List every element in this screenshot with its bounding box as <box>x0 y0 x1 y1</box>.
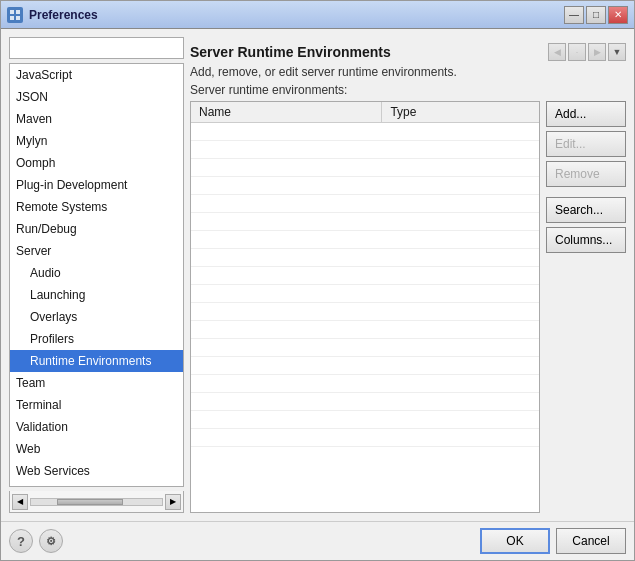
tree-item[interactable]: Oomph <box>10 152 183 174</box>
table-row[interactable] <box>191 159 539 177</box>
preferences-tree[interactable]: JavaScriptJSONMavenMylynOomphPlug-in Dev… <box>9 63 184 487</box>
right-panel: Server Runtime Environments ◀ · ▶ ▼ Add,… <box>190 37 626 513</box>
table-row[interactable] <box>191 123 539 141</box>
close-button[interactable]: ✕ <box>608 6 628 24</box>
scroll-left-button[interactable]: ◀ <box>12 494 28 510</box>
nav-dropdown-button[interactable]: ▼ <box>608 43 626 61</box>
columns-button[interactable]: Columns... <box>546 227 626 253</box>
tree-item[interactable]: Team <box>10 372 183 394</box>
tree-item[interactable]: Launching <box>10 284 183 306</box>
tree-item[interactable]: JavaScript <box>10 64 183 86</box>
window-title: Preferences <box>29 8 564 22</box>
table-row[interactable] <box>191 411 539 429</box>
table-row[interactable] <box>191 321 539 339</box>
svg-rect-2 <box>10 16 14 20</box>
tree-item[interactable]: Profilers <box>10 328 183 350</box>
environments-table[interactable]: Name Type <box>190 101 540 513</box>
table-row[interactable] <box>191 375 539 393</box>
table-row[interactable] <box>191 393 539 411</box>
tree-item[interactable]: Web <box>10 438 183 460</box>
tree-item[interactable]: Overlays <box>10 306 183 328</box>
window-controls: — □ ✕ <box>564 6 628 24</box>
horizontal-scrollbar[interactable]: ◀ ▶ <box>9 491 184 513</box>
action-buttons: Add... Edit... Remove Search... Columns.… <box>546 101 626 513</box>
settings-button[interactable]: ⚙ <box>39 529 63 553</box>
table-row[interactable] <box>191 141 539 159</box>
column-type: Type <box>382 102 539 122</box>
table-row[interactable] <box>191 249 539 267</box>
ok-button[interactable]: OK <box>480 528 550 554</box>
nav-separator: · <box>568 43 586 61</box>
table-row[interactable] <box>191 231 539 249</box>
table-header: Name Type <box>191 102 539 123</box>
tree-item[interactable]: Mylyn <box>10 130 183 152</box>
scroll-right-button[interactable]: ▶ <box>165 494 181 510</box>
maximize-button[interactable]: □ <box>586 6 606 24</box>
remove-button[interactable]: Remove <box>546 161 626 187</box>
table-body[interactable] <box>191 123 539 512</box>
panel-header: Server Runtime Environments ◀ · ▶ ▼ <box>190 37 626 65</box>
edit-button[interactable]: Edit... <box>546 131 626 157</box>
svg-rect-0 <box>10 10 14 14</box>
table-row[interactable] <box>191 429 539 447</box>
forward-button[interactable]: ▶ <box>588 43 606 61</box>
table-row[interactable] <box>191 303 539 321</box>
add-button[interactable]: Add... <box>546 101 626 127</box>
window-content: JavaScriptJSONMavenMylynOomphPlug-in Dev… <box>1 29 634 521</box>
svg-rect-1 <box>16 10 20 14</box>
tree-item[interactable]: Plug-in Development <box>10 174 183 196</box>
scroll-track[interactable] <box>30 498 163 506</box>
tree-item[interactable]: Server <box>10 240 183 262</box>
table-row[interactable] <box>191 339 539 357</box>
cancel-button[interactable]: Cancel <box>556 528 626 554</box>
scroll-thumb[interactable] <box>57 499 123 505</box>
window-icon <box>7 7 23 23</box>
table-row[interactable] <box>191 195 539 213</box>
nav-buttons: ◀ · ▶ ▼ <box>548 43 626 61</box>
search-button[interactable]: Search... <box>546 197 626 223</box>
help-button[interactable]: ? <box>9 529 33 553</box>
table-row[interactable] <box>191 267 539 285</box>
panel-sublabel: Server runtime environments: <box>190 83 626 97</box>
tree-item[interactable]: Maven <box>10 108 183 130</box>
panel-title: Server Runtime Environments <box>190 44 391 60</box>
bottom-bar: ? ⚙ OK Cancel <box>1 521 634 560</box>
tree-item[interactable]: Terminal <box>10 394 183 416</box>
left-panel: JavaScriptJSONMavenMylynOomphPlug-in Dev… <box>9 37 184 513</box>
preferences-window: Preferences — □ ✕ JavaScriptJSONMavenMyl… <box>0 0 635 561</box>
filter-input[interactable] <box>9 37 184 59</box>
table-row[interactable] <box>191 357 539 375</box>
panel-body: Name Type Add... Edit... Remove Search..… <box>190 101 626 513</box>
tree-item[interactable]: Web Services <box>10 460 183 482</box>
svg-rect-3 <box>16 16 20 20</box>
tree-item[interactable]: Audio <box>10 262 183 284</box>
tree-item[interactable]: JSON <box>10 86 183 108</box>
minimize-button[interactable]: — <box>564 6 584 24</box>
tree-item[interactable]: Run/Debug <box>10 218 183 240</box>
back-button[interactable]: ◀ <box>548 43 566 61</box>
tree-item[interactable]: Runtime Environments <box>10 350 183 372</box>
column-name: Name <box>191 102 382 122</box>
table-row[interactable] <box>191 213 539 231</box>
table-row[interactable] <box>191 285 539 303</box>
title-bar: Preferences — □ ✕ <box>1 1 634 29</box>
table-row[interactable] <box>191 177 539 195</box>
tree-item[interactable]: XML <box>10 482 183 487</box>
tree-item[interactable]: Validation <box>10 416 183 438</box>
tree-item[interactable]: Remote Systems <box>10 196 183 218</box>
panel-description: Add, remove, or edit server runtime envi… <box>190 65 626 79</box>
